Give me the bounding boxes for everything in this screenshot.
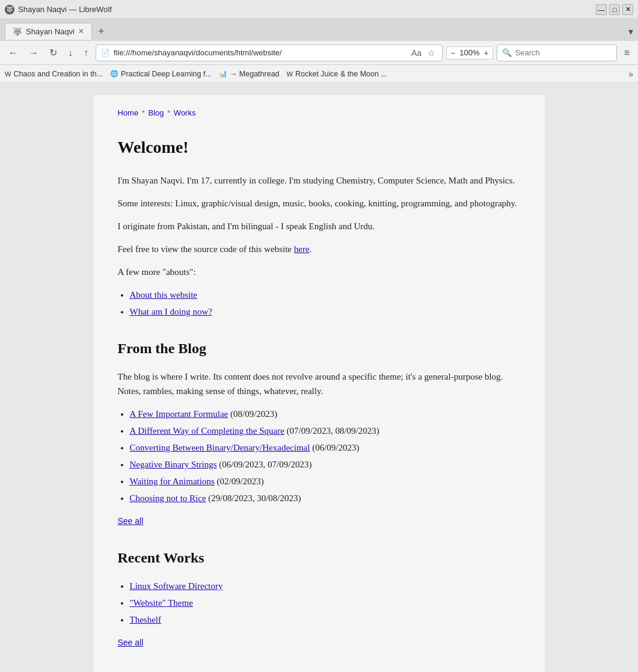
welcome-para-5: A few more "abouts": [118, 265, 521, 279]
page-content: Home * Blog * Works Welcome! I'm Shayan … [94, 95, 545, 672]
works-heading: Recent Works [118, 546, 521, 569]
tab-dropdown-button[interactable]: ▾ [628, 26, 633, 37]
bookmark-item-2[interactable]: 📊 → Megathread [219, 70, 280, 78]
breadcrumb-works[interactable]: Works [174, 108, 196, 117]
forward-button[interactable]: → [25, 45, 42, 61]
welcome-para-4-prefix: Feel free to view the source code of thi… [118, 244, 294, 254]
welcome-para-2: Some interests: Linux, graphic/visual de… [118, 196, 521, 211]
blog-heading: From the Blog [118, 337, 521, 360]
breadcrumb-blog[interactable]: Blog [149, 108, 164, 117]
title-bar: 🐺 Shayan Naqvi — LibreWolf — □ ✕ [0, 0, 638, 19]
blog-post-2[interactable]: Converting Between Binary/Denary/Hexadec… [130, 443, 310, 452]
bookmark-label-2: → Megathread [230, 70, 280, 78]
bookmark-label-0: Chaos and Creation in th... [13, 70, 103, 78]
contact-section: Get in Touch [118, 668, 521, 672]
welcome-section: Welcome! I'm Shayan Naqvi. I'm 17, curre… [118, 134, 521, 319]
blog-post-1-date: (07/09/2023, 08/09/2023) [287, 426, 379, 436]
reader-mode-button[interactable]: Aa [409, 47, 423, 59]
zoom-level: 100% [458, 48, 481, 57]
bookmark-icon-3: W [287, 70, 293, 78]
share-button[interactable]: ↑ [80, 45, 92, 61]
list-item: Waiting for Animations (02/09/2023) [130, 474, 521, 489]
blog-post-3-date: (06/09/2023, 07/09/2023) [219, 460, 311, 469]
list-item: About this website [130, 288, 521, 302]
doing-now-link[interactable]: What am I doing now? [130, 307, 212, 316]
address-bar-actions: Aa ☆ [409, 47, 437, 59]
bookmark-item-0[interactable]: W Chaos and Creation in th... [5, 70, 103, 78]
zoom-out-button[interactable]: − [449, 48, 456, 58]
tab-bar: 🐺 Shayan Naqvi ✕ + ▾ [0, 19, 638, 41]
list-item: "Website" Theme [130, 596, 521, 610]
bookmark-item-3[interactable]: W Rocket Juice & the Moon ... [287, 70, 387, 78]
blog-post-0-date: (08/09/2023) [230, 409, 277, 419]
address-input[interactable] [114, 48, 406, 57]
zoom-controls: − 100% + [446, 46, 493, 60]
bookmarks-more-button[interactable]: » [628, 69, 633, 79]
blog-post-5-date: (29/08/2023, 30/08/2023) [208, 493, 301, 503]
breadcrumb: Home * Blog * Works [118, 107, 521, 120]
works-see-all-link[interactable]: See all [118, 638, 144, 647]
work-item-2[interactable]: Theshelf [130, 615, 161, 624]
bookmark-icon-0: W [5, 70, 11, 78]
new-tab-button[interactable]: + [94, 24, 108, 39]
address-bar-page-icon: 📄 [101, 49, 110, 57]
list-item: Linux Software Directory [130, 579, 521, 593]
bookmark-label-1: Practical Deep Learning f... [121, 70, 212, 78]
title-bar-left: 🐺 Shayan Naqvi — LibreWolf [5, 5, 112, 14]
page-wrapper: Home * Blog * Works Welcome! I'm Shayan … [0, 83, 638, 672]
close-button[interactable]: ✕ [622, 4, 633, 15]
list-item: Theshelf [130, 612, 521, 627]
search-input[interactable] [515, 48, 616, 57]
about-website-link[interactable]: About this website [130, 290, 198, 300]
list-item: A Different Way of Completing the Square… [130, 424, 521, 438]
bookmark-label-3: Rocket Juice & the Moon ... [295, 70, 387, 78]
search-bar[interactable]: 🔍 [497, 45, 617, 61]
tab-close-button[interactable]: ✕ [78, 27, 84, 35]
minimize-button[interactable]: — [596, 4, 607, 15]
works-list: Linux Software Directory "Website" Theme… [130, 579, 521, 627]
source-code-link[interactable]: here [294, 244, 310, 254]
bookmark-item-1[interactable]: 🌐 Practical Deep Learning f... [110, 70, 212, 78]
blog-description: The blog is where I write. Its content d… [118, 369, 521, 398]
tab-favicon: 🐺 [13, 27, 22, 36]
list-item: Converting Between Binary/Denary/Hexadec… [130, 440, 521, 455]
work-item-1[interactable]: "Website" Theme [130, 598, 193, 608]
app-icon: 🐺 [5, 5, 14, 14]
zoom-in-button[interactable]: + [482, 48, 489, 58]
address-bar[interactable]: 📄 Aa ☆ [96, 45, 443, 61]
welcome-para-4-suffix: . [310, 244, 312, 254]
window-controls[interactable]: — □ ✕ [596, 4, 633, 15]
breadcrumb-home[interactable]: Home [118, 108, 139, 117]
active-tab[interactable]: 🐺 Shayan Naqvi ✕ [5, 23, 92, 40]
breadcrumb-sep-2: * [167, 108, 170, 117]
reload-button[interactable]: ↻ [46, 45, 61, 61]
welcome-para-3: I originate from Pakistan, and I'm bilin… [118, 219, 521, 233]
breadcrumb-sep-1: * [142, 108, 145, 117]
works-section: Recent Works Linux Software Directory "W… [118, 546, 521, 650]
download-button[interactable]: ↓ [64, 45, 76, 61]
contact-heading: Get in Touch [118, 668, 521, 672]
back-button[interactable]: ← [5, 45, 22, 61]
blog-posts-list: A Few Important Formulae (08/09/2023) A … [130, 407, 521, 505]
bookmark-icon-2: 📊 [219, 70, 227, 78]
blog-post-0[interactable]: A Few Important Formulae [130, 409, 229, 419]
list-item: Choosing not to Rice (29/08/2023, 30/08/… [130, 491, 521, 505]
blog-post-4[interactable]: Waiting for Animations [130, 476, 215, 486]
menu-button[interactable]: ≡ [621, 45, 633, 61]
blog-post-2-date: (06/09/2023) [312, 443, 359, 452]
maximize-button[interactable]: □ [609, 4, 620, 15]
bookmark-star-button[interactable]: ☆ [426, 47, 437, 59]
nav-bar: ← → ↻ ↓ ↑ 📄 Aa ☆ − 100% + 🔍 ≡ [0, 41, 638, 65]
window-title: Shayan Naqvi — LibreWolf [18, 5, 112, 14]
list-item: Negative Binary Strings (06/09/2023, 07/… [130, 457, 521, 472]
work-item-0[interactable]: Linux Software Directory [130, 581, 223, 591]
welcome-para-4: Feel free to view the source code of thi… [118, 242, 521, 256]
blog-post-5[interactable]: Choosing not to Rice [130, 493, 206, 503]
tab-label: Shayan Naqvi [26, 27, 75, 36]
blog-post-1[interactable]: A Different Way of Completing the Square [130, 426, 284, 436]
list-item: What am I doing now? [130, 304, 521, 319]
blog-see-all-link[interactable]: See all [118, 516, 144, 526]
blog-section: From the Blog The blog is where I write.… [118, 337, 521, 528]
blog-post-3[interactable]: Negative Binary Strings [130, 460, 217, 469]
search-icon: 🔍 [502, 48, 512, 57]
